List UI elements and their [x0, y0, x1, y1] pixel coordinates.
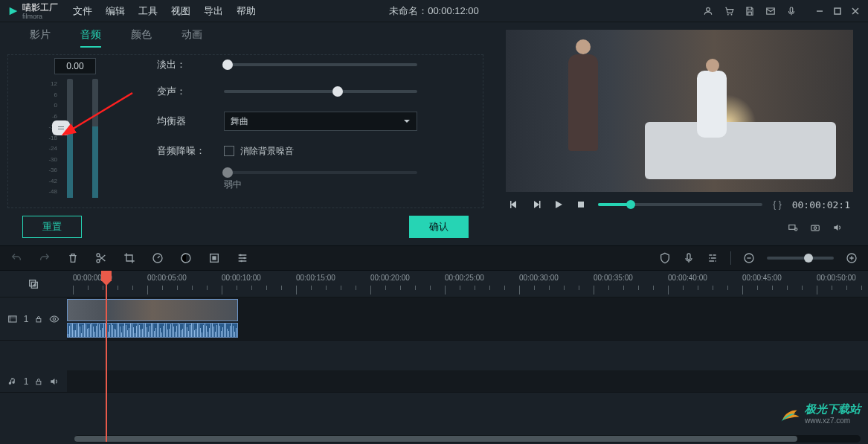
- speaker-icon[interactable]: [49, 376, 60, 387]
- delete-button[interactable]: [67, 252, 79, 264]
- menu-help[interactable]: 帮助: [237, 4, 256, 18]
- crop-button[interactable]: [123, 252, 135, 264]
- tab-animation[interactable]: 动画: [181, 28, 202, 48]
- add-track-button[interactable]: [28, 278, 39, 290]
- menu-tools[interactable]: 工具: [138, 4, 158, 18]
- user-icon[interactable]: [703, 6, 713, 16]
- denoise-slider[interactable]: [224, 171, 417, 174]
- reset-button[interactable]: 重置: [22, 216, 82, 238]
- svg-point-17: [239, 254, 242, 257]
- tab-audio[interactable]: 音频: [80, 28, 101, 48]
- menu-edit[interactable]: 编辑: [106, 4, 125, 18]
- greenscreen-button[interactable]: [208, 252, 220, 264]
- volume-thumb[interactable]: [52, 120, 70, 135]
- volume-slider-right[interactable]: [92, 79, 98, 198]
- timeline-scrollbar[interactable]: [74, 435, 861, 443]
- eye-icon[interactable]: [49, 314, 60, 324]
- video-clip[interactable]: [67, 299, 238, 321]
- video-track-icon: [7, 314, 18, 324]
- timeline-tracks[interactable]: 00:00:00:0000:00:05:0000:00:10:0000:00:1…: [67, 271, 868, 442]
- snapshot-icon[interactable]: [810, 222, 820, 233]
- property-tabs: 影片 音频 颜色 动画: [7, 28, 483, 53]
- preview-viewport: [506, 30, 853, 192]
- quality-icon[interactable]: [788, 222, 798, 233]
- speed-button[interactable]: [152, 252, 164, 264]
- playhead[interactable]: [106, 271, 107, 442]
- audio-controls: 淡出： 变声： 均衡器 舞曲 音频降噪：: [142, 55, 483, 207]
- redo-button[interactable]: [39, 252, 51, 264]
- undo-button[interactable]: [10, 252, 22, 264]
- volume-icon[interactable]: [832, 222, 843, 233]
- svg-point-1: [731, 13, 733, 15]
- volume-scale: 1260-6-12-18-24-30-36-42-48: [44, 79, 57, 198]
- split-button[interactable]: [95, 252, 107, 264]
- volume-slider-left[interactable]: [67, 79, 73, 198]
- close-button[interactable]: [850, 6, 861, 16]
- properties-panel: 影片 音频 颜色 动画 0.00 1260-6-12-18-24-30-36-4…: [0, 22, 491, 245]
- adjust-button[interactable]: [237, 252, 248, 264]
- confirm-button[interactable]: 确认: [409, 216, 469, 238]
- denoise-checkbox[interactable]: [224, 146, 234, 156]
- stop-button[interactable]: [576, 199, 588, 210]
- lock-icon[interactable]: [34, 315, 43, 324]
- menu-export[interactable]: 导出: [204, 4, 223, 18]
- watermark-url: www.xz7.com: [805, 416, 861, 425]
- fadeout-label: 淡出：: [157, 58, 224, 71]
- chevron-down-icon: [403, 118, 411, 125]
- next-frame-button[interactable]: [531, 199, 543, 210]
- zoom-in-button[interactable]: [846, 252, 858, 264]
- lock-icon[interactable]: [34, 377, 43, 386]
- top-menu-bar: 喵影工厂 filmora 文件 编辑 工具 视图 导出 帮助 未命名：00:00…: [0, 0, 868, 22]
- audio-track-lane[interactable]: [67, 370, 868, 393]
- main-menu: 文件 编辑 工具 视图 导出 帮助: [73, 4, 256, 18]
- play-button[interactable]: [553, 199, 565, 210]
- svg-rect-28: [36, 381, 41, 384]
- svg-rect-4: [835, 8, 840, 14]
- cart-icon[interactable]: [724, 6, 734, 16]
- video-track-lane[interactable]: [67, 297, 868, 341]
- timeline-toolbar: [0, 245, 868, 271]
- playback-progress[interactable]: [598, 203, 762, 206]
- record-button[interactable]: [683, 252, 695, 264]
- tab-color[interactable]: 颜色: [131, 28, 152, 48]
- mail-icon[interactable]: [765, 6, 776, 16]
- timecode-display: 00:00:02:1: [792, 199, 850, 210]
- marker-braces[interactable]: { }: [773, 199, 781, 210]
- audio-track-header: 1: [0, 370, 67, 393]
- menu-view[interactable]: 视图: [171, 4, 190, 18]
- timeline-ruler[interactable]: 00:00:00:0000:00:05:0000:00:10:0000:00:1…: [67, 271, 868, 297]
- svg-rect-7: [789, 225, 795, 230]
- preview-frame: [506, 30, 853, 192]
- zoom-out-button[interactable]: [743, 252, 755, 264]
- menu-file[interactable]: 文件: [73, 4, 92, 18]
- volume-value[interactable]: 0.00: [54, 58, 96, 74]
- svg-rect-6: [578, 202, 584, 207]
- pitch-slider[interactable]: [224, 90, 417, 93]
- maximize-button[interactable]: [832, 6, 843, 16]
- audio-clip[interactable]: [67, 323, 238, 338]
- video-track-num: 1: [24, 314, 29, 324]
- save-icon[interactable]: [745, 6, 755, 16]
- watermark-icon: [778, 402, 800, 425]
- zoom-slider[interactable]: [767, 257, 834, 260]
- svg-rect-26: [36, 318, 41, 321]
- tab-video[interactable]: 影片: [30, 28, 51, 48]
- mic-icon[interactable]: [786, 6, 797, 16]
- svg-rect-3: [790, 7, 793, 12]
- color-button[interactable]: [180, 252, 192, 264]
- track-headers: 1 1: [0, 271, 67, 442]
- app-name: 喵影工厂: [22, 2, 58, 13]
- minimize-button[interactable]: [814, 6, 825, 16]
- equalizer-select[interactable]: 舞曲: [224, 112, 417, 131]
- app-logo: 喵影工厂 filmora: [7, 1, 58, 20]
- mixer-button[interactable]: [707, 252, 718, 264]
- playback-controls: { } 00:00:02:1: [498, 192, 861, 217]
- svg-point-27: [53, 318, 55, 320]
- marker-button[interactable]: [659, 252, 671, 264]
- fadeout-slider[interactable]: [224, 63, 417, 66]
- equalizer-value: 舞曲: [231, 115, 248, 128]
- svg-point-0: [727, 13, 729, 15]
- prev-frame-button[interactable]: [509, 199, 521, 210]
- noise-mid-label: 中: [233, 178, 242, 191]
- svg-rect-16: [212, 256, 216, 260]
